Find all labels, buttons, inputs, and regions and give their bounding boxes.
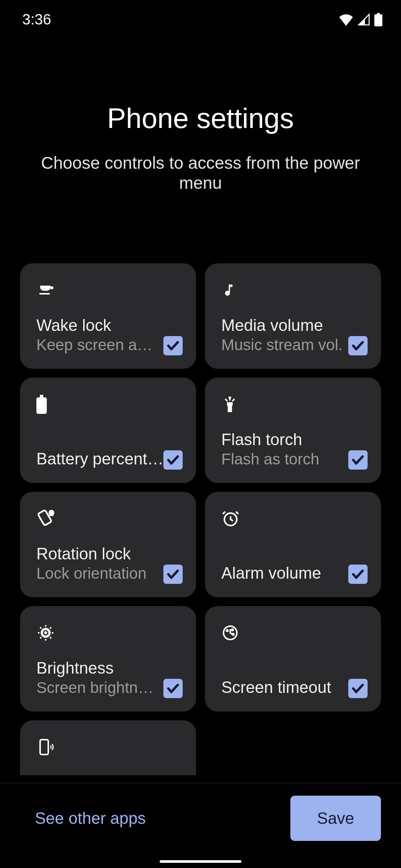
svg-rect-2 (36, 397, 47, 414)
svg-rect-0 (374, 14, 382, 26)
svg-rect-3 (40, 395, 43, 398)
see-other-apps-button[interactable]: See other apps (20, 798, 160, 839)
page-title: Phone settings (0, 102, 401, 134)
torch-icon (221, 394, 242, 415)
svg-point-9 (44, 631, 47, 634)
save-button[interactable]: Save (290, 796, 381, 841)
tile-checkbox[interactable] (348, 565, 368, 584)
controls-grid: Wake lockKeep screen aw...Media volumeMu… (0, 263, 401, 775)
tile-checkbox[interactable] (348, 679, 368, 698)
control-tile-timeout[interactable]: Screen timeout (205, 606, 381, 711)
footer-bar: See other apps Save (0, 783, 401, 868)
tile-checkbox[interactable] (163, 450, 183, 470)
status-icons (339, 13, 382, 26)
control-tile-coffee[interactable]: Wake lockKeep screen aw... (20, 263, 196, 369)
control-tile-ringtone[interactable]: Ringtone volume (20, 720, 196, 775)
tile-title: Media volume (221, 316, 355, 335)
svg-point-12 (232, 629, 233, 631)
control-tile-battery[interactable]: Battery percentage (20, 378, 196, 483)
header: Phone settings Choose controls to access… (0, 102, 401, 193)
tile-title: Brightness (36, 659, 170, 677)
battery-icon (36, 394, 57, 415)
status-bar: 3:36 (0, 0, 401, 35)
status-time: 3:36 (22, 11, 51, 28)
svg-point-13 (232, 634, 234, 635)
tile-subtitle: Flash as torch (221, 450, 344, 468)
tile-checkbox[interactable] (163, 565, 183, 584)
wifi-icon (339, 13, 353, 26)
svg-rect-1 (377, 13, 379, 15)
control-tile-alarm[interactable]: Alarm volume (205, 492, 381, 597)
brightness-icon (36, 622, 57, 643)
tile-subtitle: Music stream vol. (221, 336, 344, 354)
tile-title: Flash torch (221, 430, 355, 449)
tile-subtitle: Keep screen aw... (36, 336, 159, 354)
tile-subtitle: Lock orientation (36, 565, 159, 582)
control-tile-torch[interactable]: Flash torchFlash as torch (205, 378, 381, 483)
control-tile-rotation-lock[interactable]: Rotation lockLock orientation (20, 492, 196, 597)
control-tile-music-note[interactable]: Media volumeMusic stream vol. (205, 263, 381, 369)
tile-title: Battery percentage (36, 450, 170, 468)
alarm-icon (221, 508, 242, 529)
tile-title: Screen timeout (221, 678, 355, 697)
battery-icon (374, 13, 382, 26)
tile-checkbox[interactable] (348, 336, 368, 355)
tile-subtitle: Screen brightne... (36, 679, 159, 697)
rotation-lock-icon (36, 508, 57, 529)
coffee-icon (36, 280, 57, 300)
gesture-bar (160, 860, 241, 863)
svg-point-11 (226, 630, 228, 631)
page-subtitle: Choose controls to access from the power… (0, 153, 401, 193)
tile-title: Rotation lock (36, 545, 170, 563)
signal-icon (357, 13, 371, 26)
ringtone-icon (36, 737, 57, 757)
tile-title: Alarm volume (221, 564, 355, 582)
tile-title: Wake lock (36, 316, 170, 335)
tile-checkbox[interactable] (163, 679, 183, 698)
control-tile-brightness[interactable]: BrightnessScreen brightne... (20, 606, 196, 711)
tile-checkbox[interactable] (348, 450, 368, 470)
timeout-icon (221, 622, 242, 643)
svg-rect-6 (50, 513, 53, 515)
tile-checkbox[interactable] (163, 336, 183, 355)
music-note-icon (221, 280, 242, 300)
svg-rect-14 (40, 740, 48, 754)
